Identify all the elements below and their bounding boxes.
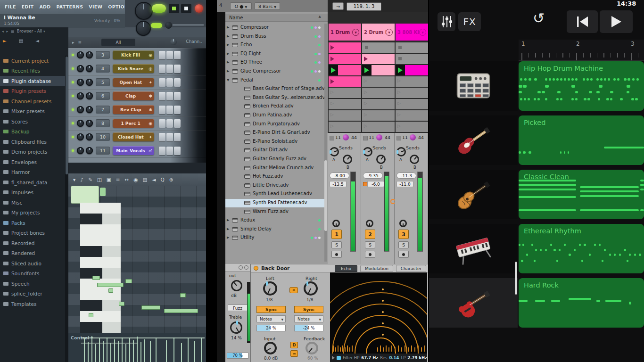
volume-value[interactable]: -8.00 bbox=[330, 173, 349, 179]
browser-item-impulses[interactable]: Impulses bbox=[0, 188, 68, 197]
clip-slot[interactable]: ▷ bbox=[396, 76, 428, 87]
browser-row-drum-buss[interactable]: ▶Drum Buss bbox=[225, 33, 324, 41]
piano-roll-tool-0[interactable]: ▾ bbox=[73, 177, 75, 182]
scrollbar-thumb[interactable] bbox=[66, 57, 68, 174]
channel-button[interactable]: Rev Clap✱ bbox=[113, 105, 154, 114]
send-a-knob[interactable] bbox=[363, 147, 372, 156]
browser-row-drum-purgatory-adv[interactable]: Drum Purgatory.adv bbox=[225, 120, 324, 129]
velocity-line[interactable] bbox=[133, 340, 134, 362]
undo-button[interactable]: ↺ bbox=[533, 11, 545, 25]
fuzz-button[interactable]: Fuzz bbox=[228, 304, 248, 311]
master-slider-track[interactable] bbox=[173, 25, 204, 25]
menu-arrow-icon[interactable]: ▸ bbox=[72, 40, 74, 45]
menu-options[interactable]: OPTIONS bbox=[105, 3, 127, 11]
expand-arrow-icon[interactable]: ▶ bbox=[227, 43, 229, 47]
feedback-value[interactable]: 60 % bbox=[307, 356, 318, 361]
left-sync-button[interactable]: Sync bbox=[256, 306, 286, 313]
io-ball-icon[interactable] bbox=[376, 134, 382, 140]
clip-slot[interactable] bbox=[396, 54, 428, 64]
piano-roll-tool-5[interactable]: ≡ bbox=[116, 177, 120, 182]
piano-roll-tool-10[interactable]: Q bbox=[160, 177, 164, 182]
feedback-knob[interactable] bbox=[305, 342, 318, 354]
treble-knob[interactable] bbox=[230, 321, 242, 334]
velocity-line[interactable] bbox=[194, 341, 195, 362]
browser-item-envelopes[interactable]: Envelopes bbox=[0, 157, 68, 167]
main-volume-knob[interactable] bbox=[135, 2, 153, 20]
volume-value[interactable]: -11.3 bbox=[396, 173, 416, 179]
right-sync-mode-menu[interactable]: Notes bbox=[294, 315, 323, 322]
expand-arrow-icon[interactable]: ▶ bbox=[227, 236, 229, 239]
velocity-line[interactable] bbox=[125, 344, 126, 362]
channel-pan-knob[interactable] bbox=[77, 92, 84, 99]
channel-volume-knob[interactable] bbox=[86, 79, 93, 86]
selected-note-block[interactable] bbox=[71, 186, 99, 204]
left-sync-mode-menu[interactable]: Notes bbox=[256, 315, 286, 322]
browser-item-backup[interactable]: Backup bbox=[0, 127, 68, 137]
track-lane[interactable]: Hard Rock bbox=[519, 278, 644, 328]
velocity-line[interactable] bbox=[166, 340, 167, 362]
midi-note[interactable] bbox=[141, 305, 160, 310]
browser-row-warm-fuzz-adv[interactable]: Warm Fuzz.adv bbox=[225, 208, 324, 216]
channel-filter[interactable]: All bbox=[101, 39, 135, 46]
solo-button[interactable]: S bbox=[331, 241, 342, 248]
channel-mute-led[interactable] bbox=[72, 136, 74, 138]
browser-row-pedal[interactable]: ▼Pedal bbox=[225, 76, 324, 85]
forward-icon[interactable]: ▸ bbox=[6, 29, 8, 33]
step-cell[interactable] bbox=[159, 133, 165, 141]
browser-row-little-drive-adv[interactable]: Little Drive.adv bbox=[225, 181, 324, 190]
step-cell[interactable] bbox=[159, 78, 165, 87]
black-key[interactable] bbox=[80, 214, 121, 225]
follow-button[interactable]: → bbox=[332, 2, 344, 10]
midi-note[interactable] bbox=[108, 288, 113, 293]
step-cell[interactable] bbox=[174, 78, 181, 87]
track-icon-cell[interactable] bbox=[429, 224, 518, 273]
clip-slot[interactable]: ▷ bbox=[329, 122, 361, 132]
step-cell[interactable] bbox=[174, 51, 181, 59]
browser-row-synth-pad-fattener-adv[interactable]: Synth Pad Fattener.adv bbox=[225, 199, 324, 207]
clip-slot[interactable] bbox=[396, 65, 428, 75]
browser-item-sliced-audio[interactable]: Sliced audio bbox=[0, 258, 68, 268]
browser-row-guitar-dirt-adv[interactable]: Guitar Dirt.adv bbox=[225, 146, 324, 155]
track-activator-button[interactable]: 1 bbox=[331, 230, 342, 239]
channel-pan-knob[interactable] bbox=[77, 106, 84, 113]
browser-scrollbar[interactable] bbox=[65, 56, 68, 362]
tab-character[interactable]: Character bbox=[396, 265, 426, 272]
chevron-down-icon[interactable]: ▾ bbox=[43, 29, 45, 33]
black-key[interactable] bbox=[80, 322, 121, 333]
pan-knob[interactable] bbox=[366, 220, 373, 227]
expand-arrow-icon[interactable]: ▶ bbox=[227, 227, 229, 231]
velocity-line[interactable] bbox=[129, 338, 130, 362]
save-preset-icon[interactable] bbox=[244, 265, 248, 270]
send-b-knob[interactable] bbox=[376, 155, 386, 164]
clip-slot[interactable]: ▷ bbox=[362, 122, 395, 132]
back-icon[interactable]: ◂ bbox=[2, 29, 4, 33]
send-b-knob[interactable] bbox=[410, 155, 419, 164]
browser-row-simple-delay[interactable]: ▶Simple Delay bbox=[225, 225, 324, 234]
echo-tunnel-display[interactable] bbox=[330, 272, 427, 354]
expand-arrow-icon[interactable]: ▶ bbox=[227, 25, 229, 29]
filter-toggle-icon[interactable] bbox=[332, 356, 335, 360]
velocity-line[interactable] bbox=[173, 337, 174, 362]
channel-mute-led[interactable] bbox=[72, 122, 74, 124]
channel-pan-knob[interactable] bbox=[77, 79, 84, 86]
browser-item-templates[interactable]: Templates bbox=[0, 299, 68, 309]
pan-value[interactable]: -6.0 bbox=[367, 181, 384, 187]
white-key[interactable] bbox=[80, 235, 121, 247]
browser-item-harmor[interactable]: Harmor bbox=[0, 167, 68, 177]
arm-button[interactable] bbox=[398, 251, 409, 258]
send-b-knob[interactable] bbox=[343, 155, 352, 164]
collapse-icon[interactable]: ◄ bbox=[35, 38, 39, 43]
browser-row-bass-guitar-sy-esizeruzer-adv[interactable]: Bass Guitar Sy...esizeruzer.adv bbox=[225, 94, 324, 102]
white-key[interactable] bbox=[80, 257, 121, 268]
clip-slot[interactable]: ▷ bbox=[396, 88, 428, 98]
timeline-ruler[interactable]: 123 bbox=[519, 40, 644, 61]
master-slider-handle[interactable] bbox=[165, 22, 172, 29]
scroll-indicator[interactable] bbox=[515, 262, 517, 295]
time-signature[interactable]: 4 bbox=[219, 3, 222, 8]
step-cell[interactable] bbox=[159, 147, 165, 155]
velocity-line[interactable] bbox=[156, 338, 157, 362]
browser-item-splice-folder[interactable]: splice_folder bbox=[0, 289, 68, 299]
clip-slot[interactable]: ▷ bbox=[329, 110, 361, 121]
channel-pan-knob[interactable] bbox=[77, 133, 84, 140]
step-cell[interactable] bbox=[174, 133, 181, 141]
